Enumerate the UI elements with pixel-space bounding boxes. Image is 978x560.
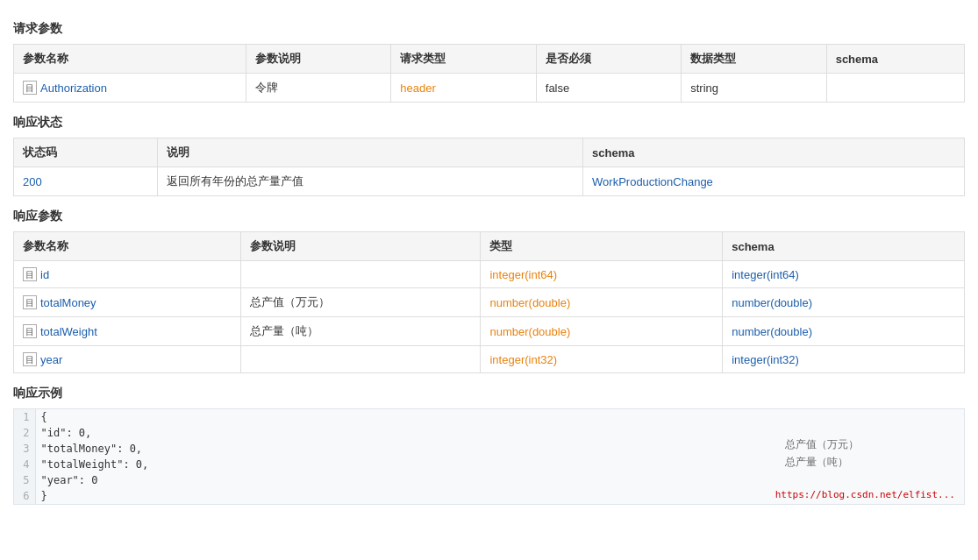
line-content: "totalMoney": 0,	[35, 441, 153, 457]
line-number: 3	[14, 441, 35, 457]
resp-param-schema-cell: integer(int32)	[723, 346, 965, 373]
resp-param-name-text: totalWeight	[40, 325, 97, 338]
request-params-section: 请求参数 参数名称 参数说明 请求类型 是否必须 数据类型 schema 目 A…	[13, 21, 965, 103]
param-icon: 目	[23, 295, 37, 309]
status-schema-value: WorkProductionChange	[592, 175, 713, 188]
col-status-desc: 说明	[158, 138, 583, 167]
line-number: 2	[14, 425, 35, 441]
code-line: 2 "id": 0,	[14, 425, 153, 441]
line-number: 1	[14, 409, 35, 425]
csdn-link[interactable]: https://blog.csdn.net/elfist...	[775, 489, 955, 500]
col-param-name: 参数名称	[14, 45, 246, 74]
resp-param-name-cell: 目 totalMoney	[14, 288, 241, 317]
response-status-section: 响应状态 状态码 说明 schema 200 返回所有年份的总产量产值 Work…	[13, 115, 965, 196]
code-line: 4 "totalWeight": 0,	[14, 457, 153, 472]
table-row: 目 Authorization 令牌 header false string	[14, 74, 965, 103]
resp-type-value: number(double)	[489, 296, 570, 309]
table-row: 目 totalWeight 总产量（吨） number(double) numb…	[14, 317, 965, 346]
status-schema-cell: WorkProductionChange	[583, 167, 965, 196]
line-content: "id": 0,	[35, 425, 153, 441]
col-resp-param-name: 参数名称	[14, 232, 241, 261]
resp-schema-value: number(double)	[732, 296, 812, 309]
resp-param-desc-cell: 总产量（吨）	[240, 317, 481, 346]
resp-schema-value: integer(int32)	[732, 353, 799, 366]
param-icon: 目	[23, 352, 37, 366]
code-table: 1 { 2 "id": 0, 3 "totalMoney": 0, 4 "tot…	[14, 409, 153, 504]
response-status-title: 响应状态	[13, 115, 965, 131]
code-line: 6 }	[14, 488, 153, 504]
line-content: "year": 0	[35, 472, 153, 488]
resp-param-name-cell: 目 year	[14, 346, 241, 373]
resp-param-name-text: id	[40, 268, 49, 281]
resp-param-name-text: year	[40, 353, 62, 366]
table-row: 200 返回所有年份的总产量产值 WorkProductionChange	[14, 167, 965, 196]
response-status-table: 状态码 说明 schema 200 返回所有年份的总产量产值 WorkProdu…	[13, 138, 965, 196]
resp-param-desc-cell	[240, 261, 481, 288]
resp-type-value: integer(int32)	[489, 353, 557, 366]
param-name-cell: 目 Authorization	[14, 74, 246, 103]
status-code-cell: 200	[14, 167, 158, 196]
resp-type-value: number(double)	[489, 325, 570, 338]
line-content: {	[35, 409, 153, 425]
col-schema: schema	[826, 45, 964, 74]
line-number: 6	[14, 488, 35, 504]
param-icon: 目	[23, 324, 37, 338]
col-required: 是否必须	[536, 45, 681, 74]
line-content: }	[35, 488, 153, 504]
status-code-value: 200	[23, 175, 42, 188]
resp-param-name-cell: 目 totalWeight	[14, 317, 241, 346]
line-content: "totalWeight": 0,	[35, 457, 153, 472]
param-type-cell: header	[391, 74, 536, 103]
resp-param-schema-cell: number(double)	[723, 317, 965, 346]
param-name-text: Authorization	[40, 82, 107, 95]
response-params-table: 参数名称 参数说明 类型 schema 目 id integer(int64) …	[13, 231, 965, 373]
param-icon: 目	[23, 81, 37, 95]
response-status-header-row: 状态码 说明 schema	[14, 138, 965, 167]
resp-param-type-cell: number(double)	[481, 288, 723, 317]
code-line: 5 "year": 0	[14, 472, 153, 488]
resp-schema-value: integer(int64)	[732, 268, 799, 281]
resp-param-type-cell: integer(int64)	[481, 261, 723, 288]
code-line: 1 {	[14, 409, 153, 425]
resp-param-name-cell: 目 id	[14, 261, 241, 288]
resp-param-schema-cell: number(double)	[723, 288, 965, 317]
line-number: 4	[14, 457, 35, 472]
request-params-title: 请求参数	[13, 21, 965, 37]
line-number: 5	[14, 472, 35, 488]
param-schema-cell	[826, 74, 964, 103]
request-params-header-row: 参数名称 参数说明 请求类型 是否必须 数据类型 schema	[14, 45, 965, 74]
col-status-code: 状态码	[14, 138, 158, 167]
table-row: 目 totalMoney 总产值（万元） number(double) numb…	[14, 288, 965, 317]
resp-param-schema-cell: integer(int64)	[723, 261, 965, 288]
resp-param-desc-cell	[240, 346, 481, 373]
param-desc-cell: 令牌	[246, 74, 390, 103]
resp-param-type-cell: integer(int32)	[481, 346, 723, 373]
resp-param-type-cell: number(double)	[481, 317, 723, 346]
resp-param-desc-cell: 总产值（万元）	[240, 288, 481, 317]
param-required-cell: false	[536, 74, 681, 103]
status-desc-cell: 返回所有年份的总产量产值	[158, 167, 583, 196]
request-type-value: header	[400, 82, 435, 95]
col-resp-param-desc: 参数说明	[240, 232, 481, 261]
note-line-2: 总产量（吨）	[785, 453, 859, 471]
response-params-title: 响应参数	[13, 209, 965, 224]
resp-param-name-text: totalMoney	[40, 296, 96, 309]
col-resp-type: 类型	[481, 232, 723, 261]
col-status-schema: schema	[583, 138, 965, 167]
code-right-notes: 总产值（万元） 总产量（吨）	[785, 436, 859, 471]
code-block: 1 { 2 "id": 0, 3 "totalMoney": 0, 4 "tot…	[13, 408, 965, 505]
col-request-type: 请求类型	[391, 45, 536, 74]
request-params-table: 参数名称 参数说明 请求类型 是否必须 数据类型 schema 目 Author…	[13, 44, 965, 103]
code-line: 3 "totalMoney": 0,	[14, 441, 153, 457]
response-example-section: 响应示例 1 { 2 "id": 0, 3 "totalMoney": 0, 4…	[13, 386, 965, 505]
col-data-type: 数据类型	[682, 45, 826, 74]
note-line-1: 总产值（万元）	[785, 436, 859, 453]
col-param-desc: 参数说明	[246, 45, 390, 74]
param-datatype-cell: string	[682, 74, 826, 103]
resp-type-value: integer(int64)	[489, 268, 557, 281]
response-params-header-row: 参数名称 参数说明 类型 schema	[14, 232, 965, 261]
table-row: 目 year integer(int32) integer(int32)	[14, 346, 965, 373]
response-params-section: 响应参数 参数名称 参数说明 类型 schema 目 id integer(in…	[13, 209, 965, 373]
response-example-title: 响应示例	[13, 386, 965, 401]
resp-schema-value: number(double)	[732, 325, 812, 338]
